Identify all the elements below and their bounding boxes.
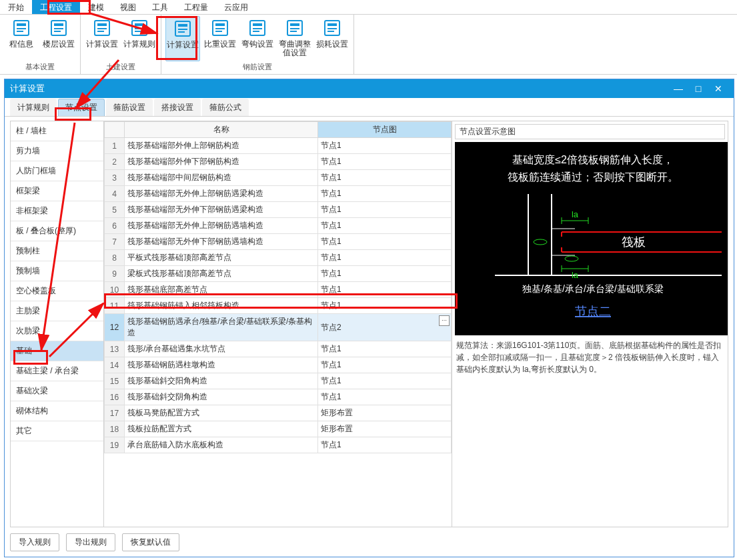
cell-value[interactable]: 节点1 [318, 282, 452, 298]
category-item[interactable]: 主肋梁 [11, 301, 103, 321]
menu-tab[interactable]: 云应用 [216, 0, 256, 14]
footer-button[interactable]: 恢复默认值 [122, 533, 179, 551]
ribbon-button[interactable]: 弯曲调整值设置 [277, 16, 312, 61]
table-row[interactable]: 7筏形基础端部无外伸下部钢筋遇墙构造节点1 [105, 234, 452, 250]
cell-name[interactable]: 筏形基础端部无外伸下部钢筋遇墙构造 [125, 234, 318, 250]
minimize-button[interactable]: — [668, 83, 688, 94]
category-item[interactable]: 其它 [11, 421, 103, 441]
cell-value[interactable]: 节点1 [318, 234, 452, 250]
table-row[interactable]: 6筏形基础端部无外伸上部钢筋遇墙构造节点1 [105, 218, 452, 234]
table-row[interactable]: 15筏形基础斜交阳角构造节点1 [105, 373, 452, 389]
cell-name[interactable]: 筏形基础斜交阳角构造 [125, 373, 318, 389]
table-row[interactable]: 17筏板马凳筋配置方式矩形布置 [105, 405, 452, 421]
ribbon-button[interactable]: 弯钩设置 [240, 16, 275, 61]
cell-value[interactable]: 节点1 [318, 437, 452, 453]
close-button[interactable]: ✕ [708, 83, 728, 94]
cell-value[interactable]: 节点1 [318, 154, 452, 170]
dialog-tab[interactable]: 箍筋设置 [106, 99, 153, 116]
cell-name[interactable]: 筏形基础端部外伸上部钢筋构造 [125, 138, 318, 154]
category-item[interactable]: 基础次梁 [11, 381, 103, 401]
category-item[interactable]: 次肋梁 [11, 321, 103, 341]
table-row[interactable]: 18筏板拉筋配置方式矩形布置 [105, 421, 452, 437]
table-row[interactable]: 16筏形基础斜交阴角构造节点1 [105, 389, 452, 405]
category-item[interactable]: 基础 [11, 341, 103, 361]
category-item[interactable]: 预制柱 [11, 241, 103, 261]
category-item[interactable]: 框架梁 [11, 181, 103, 201]
ribbon-button[interactable]: 楼层设置 [41, 16, 76, 61]
cell-name[interactable]: 筏形基础端部无外伸上部钢筋遇墙构造 [125, 218, 318, 234]
table-row[interactable]: 10筏形基础底部高差节点节点1 [105, 282, 452, 298]
cell-name[interactable]: 筏形基础端部外伸下部钢筋构造 [125, 154, 318, 170]
maximize-button[interactable]: □ [688, 83, 708, 94]
footer-button[interactable]: 导入规则 [10, 533, 59, 551]
menu-tab[interactable]: 工程设置 [32, 0, 80, 14]
cell-name[interactable]: 梁板式筏形基础顶部高差节点 [125, 266, 318, 282]
table-row[interactable]: 11筏形基础钢筋锚入相邻筏板构造节点1 [105, 298, 452, 314]
ribbon-button[interactable]: 计算设置 [85, 16, 119, 61]
table-row[interactable]: 19承台底筋锚入防水底板构造节点1 [105, 437, 452, 453]
ribbon-button[interactable]: 损耗设置 [315, 16, 349, 61]
cell-name[interactable]: 筏形基础钢筋遇承台/独基/承台梁/基础联系梁/条基构造 [125, 314, 318, 341]
cell-value[interactable]: 矩形布置 [318, 405, 452, 421]
dialog-tab[interactable]: 计算规则 [10, 99, 57, 116]
ribbon-button[interactable]: 计算设置 [165, 16, 200, 61]
cell-name[interactable]: 筏形基础斜交阴角构造 [125, 389, 318, 405]
cell-value[interactable]: 节点1 [318, 357, 452, 373]
cell-value[interactable]: 节点1 [318, 341, 452, 357]
cell-value[interactable]: 节点1 [318, 266, 452, 282]
category-item[interactable]: 柱 / 墙柱 [11, 121, 103, 141]
cell-name[interactable]: 筏形基础端部无外伸上部钢筋遇梁构造 [125, 186, 318, 202]
category-item[interactable]: 非框架梁 [11, 201, 103, 221]
category-item[interactable]: 预制墙 [11, 261, 103, 281]
cell-name[interactable]: 筏板马凳筋配置方式 [125, 405, 318, 421]
table-row[interactable]: 5筏形基础端部无外伸下部钢筋遇梁构造节点1 [105, 202, 452, 218]
cell-value[interactable]: 节点1 [318, 218, 452, 234]
dialog-tab[interactable]: 搭接设置 [154, 99, 201, 116]
dialog-tab[interactable]: 箍筋公式 [202, 99, 249, 116]
cell-value[interactable]: 节点1 [318, 373, 452, 389]
category-item[interactable]: 基础主梁 / 承台梁 [11, 361, 103, 381]
table-row[interactable]: 13筏形/承台基础遇集水坑节点节点1 [105, 341, 452, 357]
table-row[interactable]: 14筏形基础钢筋遇柱墩构造节点1 [105, 357, 452, 373]
menu-tab[interactable]: 工具 [144, 0, 176, 14]
table-row[interactable]: 3筏形基础端部中间层钢筋构造节点1 [105, 170, 452, 186]
cell-name[interactable]: 筏板拉筋配置方式 [125, 421, 318, 437]
cell-name[interactable]: 筏形基础底部高差节点 [125, 282, 318, 298]
footer-button[interactable]: 导出规则 [66, 533, 115, 551]
cell-name[interactable]: 筏形基础钢筋锚入相邻筏板构造 [125, 298, 318, 314]
table-row[interactable]: 9梁板式筏形基础顶部高差节点节点1 [105, 266, 452, 282]
cell-value[interactable]: 节点1 [318, 250, 452, 266]
cell-value[interactable]: 节点1 [318, 298, 452, 314]
cell-value[interactable]: 节点1 [318, 186, 452, 202]
cell-value[interactable]: 节点1 [318, 389, 452, 405]
table-row[interactable]: 2筏形基础端部外伸下部钢筋构造节点1 [105, 154, 452, 170]
dropdown-button[interactable]: ⋯ [439, 315, 450, 326]
cell-name[interactable]: 筏形基础端部中间层钢筋构造 [125, 170, 318, 186]
category-item[interactable]: 剪力墙 [11, 141, 103, 161]
cell-name[interactable]: 筏形/承台基础遇集水坑节点 [125, 341, 318, 357]
cell-value[interactable]: 节点1 [318, 202, 452, 218]
table-row[interactable]: 12筏形基础钢筋遇承台/独基/承台梁/基础联系梁/条基构造节点2⋯ [105, 314, 452, 341]
dialog-tab[interactable]: 节点设置 [58, 99, 105, 116]
cell-value[interactable]: 节点2⋯ [318, 314, 452, 341]
ribbon-button[interactable]: 比重设置 [203, 16, 237, 61]
table-row[interactable]: 4筏形基础端部无外伸上部钢筋遇梁构造节点1 [105, 186, 452, 202]
table-row[interactable]: 1筏形基础端部外伸上部钢筋构造节点1 [105, 138, 452, 154]
menu-tab[interactable]: 开始 [0, 0, 32, 14]
cell-name[interactable]: 筏形基础钢筋遇柱墩构造 [125, 357, 318, 373]
cell-name[interactable]: 承台底筋锚入防水底板构造 [125, 437, 318, 453]
category-item[interactable]: 板 / 叠合板(整厚) [11, 221, 103, 241]
category-item[interactable]: 砌体结构 [11, 401, 103, 421]
cell-name[interactable]: 平板式筏形基础顶部高差节点 [125, 250, 318, 266]
ribbon-button[interactable]: 程信息 [4, 16, 39, 61]
cell-value[interactable]: 矩形布置 [318, 421, 452, 437]
category-item[interactable]: 人防门框墙 [11, 161, 103, 181]
cell-value[interactable]: 节点1 [318, 170, 452, 186]
menu-tab[interactable]: 建模 [80, 0, 112, 14]
category-item[interactable]: 空心楼盖板 [11, 281, 103, 301]
menu-tab[interactable]: 视图 [112, 0, 144, 14]
ribbon-button[interactable]: 计算规则 [122, 16, 157, 61]
menu-tab[interactable]: 工程量 [176, 0, 216, 14]
table-row[interactable]: 8平板式筏形基础顶部高差节点节点1 [105, 250, 452, 266]
cell-name[interactable]: 筏形基础端部无外伸下部钢筋遇梁构造 [125, 202, 318, 218]
